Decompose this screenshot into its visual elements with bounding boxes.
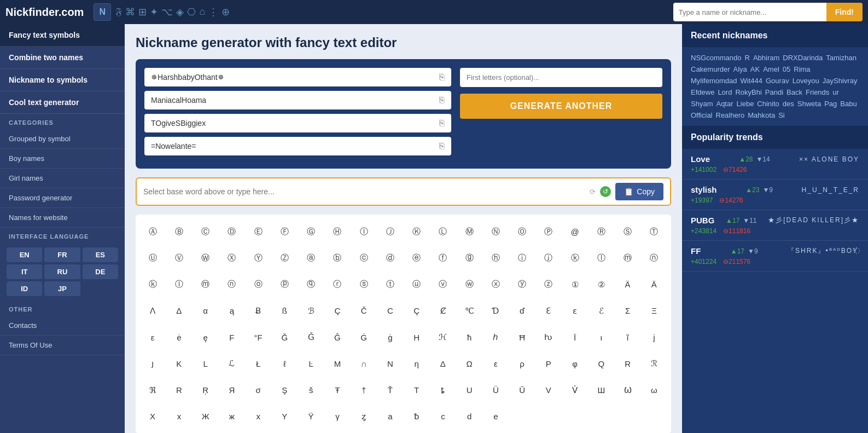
symbol-cell[interactable]: Ğ	[272, 325, 297, 350]
symbol-cell[interactable]: Ⓞ	[510, 219, 535, 244]
symbol-cell[interactable]: U	[457, 378, 482, 403]
symbol-cell[interactable]: ƀ	[404, 404, 429, 429]
symbol-cell[interactable]: ġ	[377, 325, 403, 350]
nick-suggestion-3[interactable]: =Nowelante= ⎘	[144, 137, 451, 155]
symbol-cell[interactable]: Ş	[272, 378, 297, 403]
symbol-cell[interactable]: ρ	[510, 351, 535, 376]
symbol-cell[interactable]: ė	[166, 325, 191, 350]
symbol-cell[interactable]: Ɗ	[483, 298, 508, 324]
recent-nick[interactable]: ur	[832, 88, 839, 96]
symbol-cell[interactable]: ℎ	[483, 325, 508, 350]
recent-nick[interactable]: Aqtar	[716, 100, 733, 108]
reset-icon[interactable]: ⟳	[590, 188, 596, 196]
find-button[interactable]: Find!	[826, 3, 863, 21]
symbol-cell[interactable]: Ѡ	[615, 378, 640, 403]
text-editor-input[interactable]	[143, 187, 585, 196]
symbol-cell[interactable]: j	[642, 325, 667, 350]
symbol-cell[interactable]: d	[457, 404, 482, 429]
symbol-cell[interactable]: ⓛ	[589, 245, 614, 270]
symbol-cell[interactable]: ⓓ	[377, 245, 403, 270]
sidebar-item-nickname-symbols[interactable]: Nickname to symbols	[0, 69, 125, 91]
symbol-cell[interactable]: Ĝ	[325, 325, 350, 350]
symbol-cell[interactable]: Ï	[562, 325, 587, 350]
recent-nick[interactable]: R	[744, 54, 749, 62]
symbol-cell[interactable]: Ç	[325, 298, 350, 324]
symbol-cell[interactable]: Q	[589, 351, 614, 376]
symbol-cell[interactable]: ⓟ	[272, 272, 297, 297]
recent-nick[interactable]: JayShivray	[823, 77, 858, 85]
symbol-cell[interactable]: ω	[642, 378, 667, 403]
sidebar-item-grouped-by-symbol[interactable]: Grouped by symbol	[0, 129, 125, 149]
sidebar-item-terms[interactable]: Terms Of Use	[0, 336, 125, 355]
symbol-cell[interactable]: Ⓝ	[483, 219, 508, 244]
recent-nick[interactable]: Babu	[840, 100, 857, 108]
symbol-cell[interactable]: X	[140, 404, 165, 429]
refresh-icon[interactable]: ↺	[600, 186, 611, 197]
logo[interactable]: Nickfinder.com	[5, 6, 84, 19]
copy-icon-2[interactable]: ⎘	[439, 118, 445, 128]
symbol-cell[interactable]: ℓ	[272, 351, 297, 376]
symbol-cell[interactable]: Ш	[589, 378, 614, 403]
symbol-cell[interactable]: ②	[589, 272, 614, 297]
symbol-cell[interactable]: ⓢ	[351, 272, 376, 297]
symbol-cell[interactable]: Ⓢ	[615, 219, 640, 244]
symbol-cell[interactable]: Ⓒ	[193, 219, 218, 244]
sidebar-item-fancy-text[interactable]: Fancy text symbols	[0, 24, 125, 47]
generate-btn[interactable]: GENERATE ANOTHER	[460, 94, 662, 119]
symbol-cell[interactable]: Ж	[193, 404, 218, 429]
symbol-cell[interactable]: Ŗ	[193, 378, 218, 403]
symbol-cell[interactable]: Υ	[272, 404, 297, 429]
symbol-cell[interactable]: ⓤ	[404, 272, 429, 297]
symbol-cell[interactable]: Ω	[457, 351, 482, 376]
symbol-cell[interactable]: ⓠ	[299, 272, 324, 297]
symbol-cell[interactable]: °F	[246, 325, 271, 350]
symbol-cell[interactable]: ⓚ	[562, 245, 587, 270]
symbol-cell[interactable]: γ	[325, 404, 350, 429]
recent-nick[interactable]: DRXDarinda	[783, 54, 823, 62]
symbol-cell[interactable]: Ɛ	[536, 298, 561, 324]
symbol-cell[interactable]: ĩ	[615, 325, 640, 350]
symbol-cell[interactable]: σ	[246, 378, 271, 403]
symbol-cell[interactable]: ⓣ	[377, 272, 403, 297]
symbol-cell[interactable]: Ä	[615, 272, 640, 297]
symbol-cell[interactable]: ƕ	[536, 325, 561, 350]
symbol-cell[interactable]: ⓕ	[430, 245, 456, 270]
symbol-cell[interactable]: ⓑ	[325, 245, 350, 270]
symbol-cell[interactable]: Ÿ	[299, 404, 324, 429]
symbol-cell[interactable]: ℜ	[140, 378, 165, 403]
symbol-cell[interactable]: ℛ	[642, 351, 667, 376]
symbol-cell[interactable]: Ⓛ	[430, 219, 456, 244]
symbol-cell[interactable]: ⓚ	[140, 272, 165, 297]
trend-name-0[interactable]: Love	[691, 154, 710, 164]
symbol-cell[interactable]: Ⓐ	[140, 219, 165, 244]
symbol-cell[interactable]: Ⓓ	[219, 219, 244, 244]
symbol-cell[interactable]: L	[193, 351, 218, 376]
symbol-cell[interactable]: †	[351, 378, 376, 403]
symbol-cell[interactable]: ⓨ	[510, 272, 535, 297]
symbol-cell[interactable]: ħ	[457, 325, 482, 350]
search-input[interactable]	[673, 3, 826, 21]
recent-nick[interactable]: Amel	[763, 65, 779, 73]
symbol-cell[interactable]: Ⓥ	[166, 245, 191, 270]
lang-fr[interactable]: FR	[44, 247, 80, 262]
symbol-cell[interactable]: Ł	[246, 351, 271, 376]
symbol-cell[interactable]: Ⓣ	[642, 219, 667, 244]
symbol-cell[interactable]: Ξ	[642, 298, 667, 324]
lang-ru[interactable]: RU	[44, 264, 80, 279]
symbol-cell[interactable]: ȷ	[140, 351, 165, 376]
symbol-cell[interactable]: Ŧ	[325, 378, 350, 403]
recent-nick[interactable]: Efdewe	[691, 88, 714, 96]
symbol-cell[interactable]: Ʌ	[140, 298, 165, 324]
symbol-cell[interactable]: ⓩ	[536, 272, 561, 297]
trend-name-1[interactable]: stylish	[691, 185, 717, 194]
sidebar-item-girl-names[interactable]: Girl names	[0, 169, 125, 188]
recent-nick[interactable]: Alya	[733, 65, 747, 73]
symbol-cell[interactable]: Ⓡ	[589, 219, 614, 244]
symbol-cell[interactable]: ı	[589, 325, 614, 350]
symbol-cell[interactable]: ⓛ	[166, 272, 191, 297]
recent-nick[interactable]: Shyam	[691, 100, 713, 108]
symbol-cell[interactable]: Τ	[404, 378, 429, 403]
symbol-cell[interactable]: ⓞ	[246, 272, 271, 297]
symbol-cell[interactable]: H	[404, 325, 429, 350]
recent-nick[interactable]: Shweta	[797, 100, 821, 108]
